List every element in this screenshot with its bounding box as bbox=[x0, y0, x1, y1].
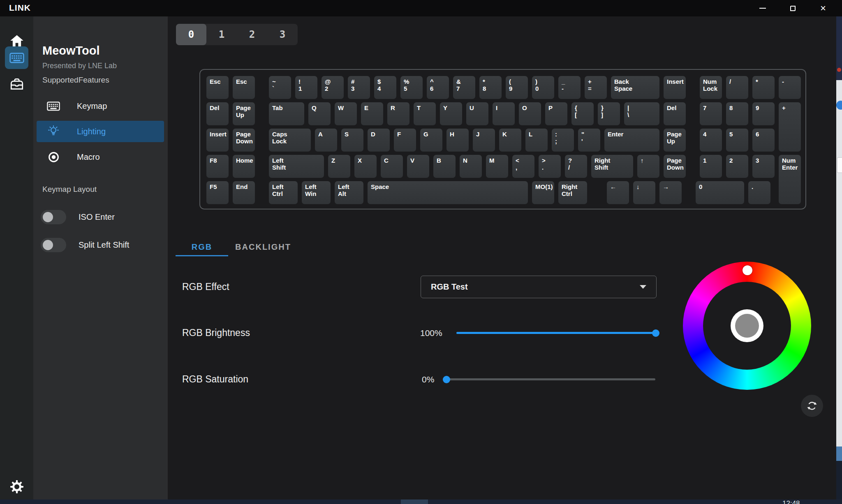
key-r1c15[interactable]: } ] bbox=[598, 102, 620, 125]
key-o[interactable]: O bbox=[519, 102, 541, 125]
key-r0c4[interactable]: ! 1 bbox=[295, 76, 317, 99]
key-t[interactable]: T bbox=[414, 102, 436, 125]
sync-color-button[interactable] bbox=[801, 395, 823, 417]
key-5[interactable]: 5 bbox=[726, 129, 748, 152]
key-tab[interactable]: Tab bbox=[269, 102, 304, 125]
key-i[interactable]: I bbox=[493, 102, 515, 125]
key-page[interactable]: Page Down bbox=[664, 155, 686, 178]
key-r0c11[interactable]: * 8 bbox=[479, 76, 502, 99]
key-4[interactable]: 4 bbox=[700, 129, 722, 152]
layer-tab-3[interactable]: 3 bbox=[267, 24, 298, 45]
key-1[interactable]: 1 bbox=[700, 155, 722, 178]
sidebar-item-macro[interactable]: Macro bbox=[37, 146, 164, 168]
key-r0c8[interactable]: % 5 bbox=[400, 76, 423, 99]
key-y[interactable]: Y bbox=[440, 102, 462, 125]
key-p[interactable]: P bbox=[545, 102, 567, 125]
key-insert[interactable]: Insert bbox=[664, 76, 686, 99]
key-insert[interactable]: Insert bbox=[206, 129, 229, 152]
key-s[interactable]: S bbox=[341, 129, 363, 152]
key-r0c10[interactable]: & 7 bbox=[453, 76, 475, 99]
key-v[interactable]: V bbox=[407, 155, 429, 178]
key-6[interactable]: 6 bbox=[752, 129, 775, 152]
key-left[interactable]: Left Ctrl bbox=[269, 181, 298, 204]
key-right[interactable]: Right Shift bbox=[591, 155, 633, 178]
rgb-brightness-thumb[interactable] bbox=[652, 329, 659, 337]
key-w[interactable]: W bbox=[335, 102, 357, 125]
key-r4c11[interactable]: ↓ bbox=[633, 181, 655, 204]
key-z[interactable]: Z bbox=[328, 155, 350, 178]
key-r4c10[interactable]: ← bbox=[607, 181, 629, 204]
key-r3c11[interactable]: < , bbox=[512, 155, 534, 178]
key-back[interactable]: Back Space bbox=[611, 76, 659, 99]
key-r0c6[interactable]: # 3 bbox=[348, 76, 370, 99]
key-r1c22[interactable]: + bbox=[779, 102, 801, 152]
settings-button[interactable] bbox=[0, 475, 33, 498]
rgb-effect-dropdown[interactable]: RGB Test bbox=[421, 276, 657, 298]
key-a[interactable]: A bbox=[315, 129, 337, 152]
key-x[interactable]: X bbox=[354, 155, 377, 178]
key-j[interactable]: J bbox=[473, 129, 495, 152]
key-r0c20[interactable]: / bbox=[726, 76, 748, 99]
layer-tab-1[interactable]: 1 bbox=[206, 24, 237, 45]
split-left-shift-toggle[interactable] bbox=[41, 238, 66, 252]
sidebar-item-lighting[interactable]: Lighting bbox=[37, 121, 164, 142]
key-r0c7[interactable]: $ 4 bbox=[374, 76, 396, 99]
key-r4c15[interactable]: . bbox=[748, 181, 770, 204]
taskbar-button[interactable] bbox=[401, 499, 428, 504]
hue-color-wheel[interactable] bbox=[683, 262, 811, 390]
key-7[interactable]: 7 bbox=[700, 102, 722, 125]
rgb-brightness-slider[interactable] bbox=[456, 332, 656, 334]
key-enter[interactable]: Enter bbox=[604, 129, 659, 152]
key-space[interactable]: Space bbox=[368, 181, 528, 204]
key-del[interactable]: Del bbox=[206, 102, 229, 125]
key-r0c22[interactable]: - bbox=[779, 76, 801, 99]
key-9[interactable]: 9 bbox=[752, 102, 775, 125]
tab-backlight[interactable]: BACKLIGHT bbox=[232, 242, 294, 252]
key-r2c13[interactable]: : ; bbox=[552, 129, 574, 152]
rgb-saturation-slider[interactable] bbox=[446, 378, 655, 380]
key-r0c13[interactable]: ) 0 bbox=[532, 76, 554, 99]
key-num[interactable]: Num Enter bbox=[779, 155, 801, 204]
key-d[interactable]: D bbox=[368, 129, 390, 152]
key-page[interactable]: Page Up bbox=[233, 102, 255, 125]
key-3[interactable]: 3 bbox=[752, 155, 775, 178]
key-r3c15[interactable]: ↑ bbox=[637, 155, 659, 178]
key-f[interactable]: F bbox=[394, 129, 416, 152]
key-right[interactable]: Right Ctrl bbox=[558, 181, 587, 204]
key-b[interactable]: B bbox=[433, 155, 456, 178]
key-page[interactable]: Page Down bbox=[233, 129, 255, 152]
key-mo1[interactable]: MO(1) bbox=[532, 181, 554, 204]
key-r0c5[interactable]: @ 2 bbox=[322, 76, 344, 99]
rail-keyboard-button[interactable] bbox=[5, 46, 28, 69]
key-r0c15[interactable]: + = bbox=[585, 76, 607, 99]
key-num[interactable]: Num Lock bbox=[700, 76, 722, 99]
key-m[interactable]: M bbox=[486, 155, 508, 178]
key-esc[interactable]: Esc bbox=[206, 76, 229, 99]
key-c[interactable]: C bbox=[381, 155, 403, 178]
key-u[interactable]: U bbox=[466, 102, 488, 125]
key-e[interactable]: E bbox=[361, 102, 383, 125]
key-0[interactable]: 0 bbox=[696, 181, 744, 204]
key-r1c16[interactable]: | \ bbox=[624, 102, 659, 125]
key-r3c13[interactable]: ? / bbox=[565, 155, 587, 178]
hue-selector-dot[interactable] bbox=[743, 265, 752, 275]
key-del[interactable]: Del bbox=[664, 102, 686, 125]
sidebar-item-keymap[interactable]: Keymap bbox=[37, 95, 164, 117]
key-8[interactable]: 8 bbox=[726, 102, 748, 125]
key-page[interactable]: Page Up bbox=[664, 129, 686, 152]
key-r0c3[interactable]: ~ ` bbox=[269, 76, 291, 99]
key-left[interactable]: Left Shift bbox=[269, 155, 324, 178]
key-q[interactable]: Q bbox=[308, 102, 331, 125]
key-r0c14[interactable]: _ - bbox=[558, 76, 581, 99]
key-left[interactable]: Left Alt bbox=[335, 181, 363, 204]
tab-rgb[interactable]: RGB bbox=[176, 242, 228, 252]
key-home[interactable]: Home bbox=[233, 155, 255, 178]
rgb-saturation-thumb[interactable] bbox=[443, 376, 450, 383]
key-l[interactable]: L bbox=[525, 129, 548, 152]
iso-enter-toggle[interactable] bbox=[41, 210, 66, 224]
layer-tab-0[interactable]: 0 bbox=[176, 24, 206, 45]
rail-toolbox-button[interactable] bbox=[0, 72, 33, 95]
key-r0c9[interactable]: ^ 6 bbox=[427, 76, 449, 99]
key-r0c21[interactable]: * bbox=[752, 76, 775, 99]
key-f5[interactable]: F5 bbox=[206, 181, 229, 204]
